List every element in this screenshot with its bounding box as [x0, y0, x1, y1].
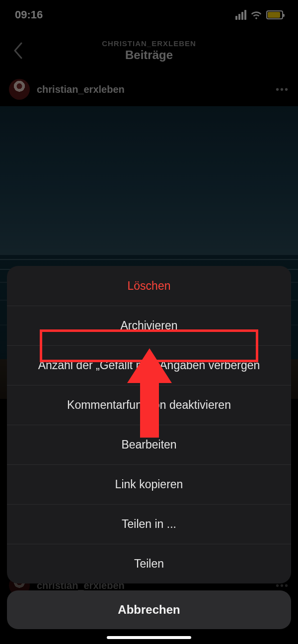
home-indicator[interactable]: [107, 636, 191, 639]
sheet-item-hide-likes[interactable]: Anzahl der „Gefällt mir"-Angaben verberg…: [7, 345, 291, 385]
action-sheet: Löschen Archivieren Anzahl der „Gefällt …: [7, 266, 291, 583]
sheet-item-disable-comments[interactable]: Kommentarfunktion deaktivieren: [7, 385, 291, 425]
action-sheet-cancel: Abbrechen: [7, 590, 291, 629]
sheet-item-label: Archivieren: [120, 319, 177, 333]
sheet-item-label: Bearbeiten: [121, 438, 176, 452]
sheet-item-share-in[interactable]: Teilen in ...: [7, 504, 291, 544]
sheet-item-delete[interactable]: Löschen: [7, 266, 291, 306]
sheet-item-label: Teilen in ...: [122, 517, 176, 531]
sheet-item-archive[interactable]: Archivieren: [7, 306, 291, 345]
sheet-item-copy-link[interactable]: Link kopieren: [7, 464, 291, 504]
sheet-item-label: Anzahl der „Gefällt mir"-Angaben verberg…: [38, 358, 260, 373]
sheet-item-edit[interactable]: Bearbeiten: [7, 425, 291, 464]
sheet-item-label: Kommentarfunktion deaktivieren: [67, 398, 231, 412]
sheet-item-label: Link kopieren: [115, 477, 183, 492]
cancel-button[interactable]: Abbrechen: [7, 590, 291, 629]
cancel-label: Abbrechen: [118, 603, 180, 617]
sheet-item-label: Teilen: [134, 557, 164, 571]
action-sheet-container: Löschen Archivieren Anzahl der „Gefällt …: [7, 266, 291, 629]
sheet-item-label: Löschen: [128, 279, 171, 293]
sheet-item-share[interactable]: Teilen: [7, 544, 291, 583]
